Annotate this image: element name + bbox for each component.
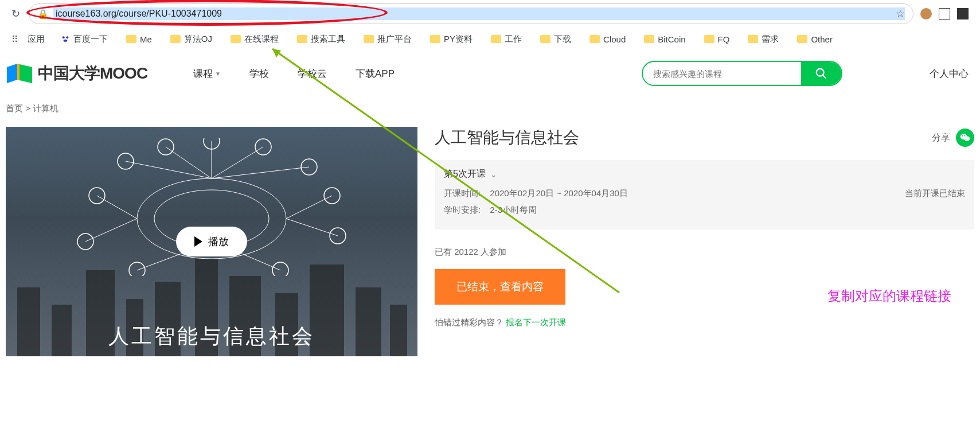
- svg-line-13: [85, 219, 137, 242]
- session-selector[interactable]: 第5次开课 ⌄: [444, 168, 965, 180]
- folder-icon: [748, 35, 758, 43]
- svg-point-30: [964, 137, 970, 141]
- url-text[interactable]: icourse163.org/course/PKU-1003471009: [53, 7, 905, 20]
- svg-line-11: [212, 167, 309, 178]
- search-box: [642, 61, 842, 86]
- svg-line-12: [97, 196, 137, 219]
- bookmark-folder[interactable]: BitCoin: [644, 34, 685, 44]
- baidu-icon: [61, 34, 70, 44]
- bookmark-folder[interactable]: FQ: [704, 34, 730, 44]
- svg-point-0: [63, 36, 65, 38]
- bookmark-label: 算法OJ: [184, 34, 212, 45]
- extension-icon[interactable]: [957, 8, 969, 20]
- bookmark-folder[interactable]: 搜索工具: [297, 34, 345, 45]
- nav-app[interactable]: 下载APP: [356, 67, 395, 80]
- bookmark-label: 在线课程: [244, 34, 279, 45]
- svg-point-31: [962, 135, 963, 137]
- nav-schools[interactable]: 学校: [249, 67, 269, 80]
- bookmark-star-icon[interactable]: ☆: [896, 7, 905, 20]
- apps-icon[interactable]: ⠿: [11, 34, 18, 45]
- svg-point-2: [64, 40, 68, 42]
- bookmark-folder[interactable]: Cloud: [589, 34, 626, 44]
- svg-point-33: [966, 138, 966, 138]
- bookmark-label: 需求: [762, 34, 779, 45]
- bookmark-label: Cloud: [603, 34, 626, 44]
- annotation-text: 复制对应的课程链接: [827, 287, 951, 305]
- address-bar[interactable]: 🔒 icourse163.org/course/PKU-1003471009 ☆: [29, 3, 913, 24]
- session-info-box: 第5次开课 ⌄ 开课时间: 2020年02月20日 ~ 2020年04月30日 …: [435, 160, 974, 229]
- site-name[interactable]: 中国大学MOOC: [38, 63, 147, 84]
- reload-icon[interactable]: ↻: [11, 7, 20, 20]
- bookmark-baidu[interactable]: 百度一下: [61, 34, 108, 45]
- wechat-share-icon[interactable]: [956, 129, 974, 147]
- site-header: 中国大学MOOC 课程▼ 学校 学校云 下载APP 个人中心: [0, 50, 980, 96]
- svg-line-4: [823, 75, 826, 79]
- bookmark-folder[interactable]: 下载: [540, 34, 571, 45]
- bookmark-folder[interactable]: 在线课程: [231, 34, 279, 45]
- bookmark-label: Me: [140, 34, 152, 44]
- folder-icon: [589, 35, 600, 43]
- chevron-down-icon: ⌄: [490, 170, 497, 179]
- site-logo-icon: [6, 63, 33, 84]
- hours-label: 学时安排:: [444, 205, 481, 215]
- svg-point-3: [817, 69, 824, 76]
- bookmark-folder[interactable]: 需求: [748, 34, 779, 45]
- svg-point-1: [66, 36, 68, 38]
- nav-cloud[interactable]: 学校云: [298, 67, 327, 80]
- open-time-value: 2020年02月20日 ~ 2020年04月30日: [490, 188, 628, 198]
- bookmark-bar: ⠿ 应用 百度一下 Me 算法OJ 在线课程 搜索工具 推广平台 PY资料 工作…: [0, 28, 980, 50]
- bookmark-folder[interactable]: Me: [126, 34, 152, 44]
- bookmark-label: 工作: [505, 34, 522, 45]
- bookmark-folder[interactable]: 工作: [491, 34, 522, 45]
- extension-icon[interactable]: [939, 8, 950, 20]
- video-panel: 播放 人工智能与信息社会: [6, 127, 417, 356]
- bookmark-label: FQ: [718, 34, 730, 44]
- folder-icon: [430, 35, 440, 43]
- bookmark-folder[interactable]: PY资料: [430, 34, 473, 45]
- bookmark-label: BitCoin: [658, 34, 685, 44]
- play-icon: [194, 236, 202, 247]
- folder-icon: [297, 35, 307, 43]
- personal-center-link[interactable]: 个人中心: [930, 67, 969, 80]
- video-title-overlay: 人工智能与信息社会: [108, 322, 315, 351]
- enroll-next-link[interactable]: 报名下一次开课: [506, 317, 566, 327]
- bookmark-label: PY资料: [444, 34, 473, 45]
- folder-icon: [364, 35, 374, 43]
- svg-line-10: [212, 147, 263, 178]
- bookmark-label: 搜索工具: [311, 34, 345, 45]
- folder-icon: [797, 35, 807, 43]
- bookmark-folder[interactable]: 算法OJ: [170, 34, 212, 45]
- follow-next-row: 怕错过精彩内容？ 报名下一次开课: [435, 317, 974, 328]
- bookmark-label: Other: [811, 34, 833, 44]
- cookie-extension-icon[interactable]: [920, 8, 932, 20]
- svg-point-34: [967, 138, 968, 138]
- chevron-down-icon: ▼: [215, 71, 221, 77]
- play-label: 播放: [208, 235, 229, 248]
- bookmark-label: 推广平台: [377, 34, 412, 45]
- bookmark-folder[interactable]: Other: [797, 34, 833, 44]
- search-input[interactable]: [643, 63, 801, 84]
- course-title: 人工智能与信息社会: [435, 127, 579, 149]
- hours-value: 2-3小时每周: [490, 205, 537, 215]
- play-button[interactable]: 播放: [176, 227, 247, 256]
- breadcrumb-category[interactable]: 计算机: [33, 103, 58, 113]
- breadcrumb-home[interactable]: 首页: [6, 103, 23, 113]
- folder-icon: [170, 35, 181, 43]
- bookmark-folder[interactable]: 推广平台: [364, 34, 412, 45]
- view-content-button[interactable]: 已结束，查看内容: [435, 269, 565, 305]
- open-time-label: 开课时间:: [444, 188, 481, 198]
- svg-point-32: [964, 135, 965, 137]
- folder-icon: [126, 35, 136, 43]
- folder-icon: [231, 35, 241, 43]
- apps-label[interactable]: 应用: [28, 34, 45, 45]
- search-button[interactable]: [801, 62, 841, 85]
- search-icon: [815, 67, 827, 80]
- nav-courses[interactable]: 课程▼: [193, 67, 221, 80]
- share-label: 分享: [932, 132, 950, 144]
- lock-icon: 🔒: [37, 9, 49, 20]
- breadcrumb: 首页 > 计算机: [0, 96, 980, 121]
- folder-icon: [704, 35, 714, 43]
- session-label: 第5次开课: [444, 168, 486, 180]
- bookmark-label: 下载: [554, 34, 571, 45]
- bookmark-label: 百度一下: [73, 34, 108, 45]
